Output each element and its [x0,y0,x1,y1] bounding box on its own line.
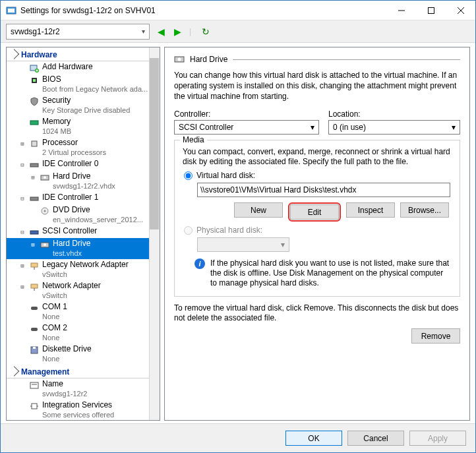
tree-com1[interactable]: COM 1None [7,301,160,322]
svg-rect-12 [30,121,38,125]
tree-processor[interactable]: ⊞ Processor2 Virtual processors [7,137,160,158]
tree-network-adapter[interactable]: ⊞ Network AdaptervSwitch [7,280,160,301]
window-title: Settings for svwdsg1-12r2 on SVHV01 [20,6,386,15]
svg-rect-33 [32,404,37,409]
svg-point-22 [44,243,46,246]
remove-button[interactable]: Remove [411,328,460,344]
nav-forward-button[interactable]: ▶ [173,26,183,37]
virtual-hard-disk-radio[interactable] [184,171,193,180]
inspect-button[interactable]: Inspect [346,202,395,218]
location-select[interactable]: 0 (in use)▾ [328,120,460,135]
vm-selector[interactable]: svwdsg1-12r2 ▾ [6,24,150,40]
edit-button[interactable]: Edit [290,204,339,220]
tree-scsi-hard-drive[interactable]: ⊞ Hard Drivetest.vhdx [7,238,160,259]
ok-button[interactable]: OK [285,431,342,446]
svg-point-16 [44,176,46,179]
tree-ide1-dvd-drive[interactable]: DVD Driveen_windows_server_2012... [7,204,160,226]
dialog-footer: OK Cancel Apply [1,423,475,452]
tree-memory[interactable]: Memory1024 MB [7,116,160,137]
section-management[interactable]: Management [7,365,160,378]
tree-bios[interactable]: BIOSBoot from Legacy Network ada... [7,74,160,95]
controller-icon [29,193,40,204]
detail-description: You can change how this virtual hard dis… [174,70,460,102]
tree-integration-services[interactable]: Integration ServicesSome services offere… [7,400,160,421]
memory-icon [29,117,40,128]
remove-description: To remove the virtual hard disk, click R… [174,303,460,323]
svg-rect-25 [31,284,38,288]
refresh-button[interactable]: ↻ [202,26,210,37]
section-hardware[interactable]: Hardware [7,47,160,61]
browse-button[interactable]: Browse... [400,202,449,218]
chip-icon [29,75,40,86]
svg-rect-1 [8,9,15,13]
svg-rect-30 [33,347,36,349]
chevron-down-icon: ▾ [281,240,285,249]
maximize-button[interactable] [416,1,446,20]
detail-pane: Hard Drive You can change how this virtu… [164,47,470,421]
svg-rect-11 [33,79,36,82]
physical-disk-select: ▾ [197,237,289,252]
tree-name[interactable]: Namesvwdsg1-12r2 [7,378,160,400]
vhd-path-input[interactable] [197,183,450,197]
tree-scrollbar[interactable] [149,47,160,420]
detail-header: Hard Drive [190,55,227,64]
integration-icon [29,401,40,411]
tree-diskette-drive[interactable]: Diskette DriveNone [7,344,160,365]
floppy-icon [29,345,40,355]
tree-legacy-network-adapter[interactable]: ⊞ Legacy Network AdaptervSwitch [7,259,160,280]
network-icon [29,260,40,271]
tree-ide-controller-1[interactable]: ⊟ IDE Controller 1 [7,192,160,204]
chevron-down-icon: ▾ [311,123,314,132]
toolbar: svwdsg1-12r2 ▾ ◀ ▶ | ↻ [1,20,475,43]
minimize-button[interactable] [386,1,416,20]
hard-drive-icon [174,54,185,65]
scsi-icon [29,227,40,237]
tree-ide-controller-0[interactable]: ⊟ IDE Controller 0 [7,158,160,171]
virtual-hard-disk-label: Virtual hard disk: [196,171,255,180]
svg-rect-31 [30,382,38,388]
nav-back-button[interactable]: ◀ [156,26,166,37]
edit-button-highlight: Edit [288,202,341,222]
tree-scsi-controller[interactable]: ⊟ SCSI Controller [7,226,160,238]
tree-security[interactable]: SecurityKey Storage Drive disabled [7,95,160,116]
name-icon [29,380,40,390]
svg-rect-17 [30,197,38,200]
controller-label: Controller: [174,109,319,119]
svg-rect-20 [30,231,38,234]
svg-rect-13 [32,141,37,146]
tree-com2[interactable]: COM 2None [7,322,160,344]
controller-select[interactable]: SCSI Controller▾ [174,120,319,135]
physical-hard-disk-label: Physical hard disk: [196,226,262,235]
svg-rect-27 [31,307,38,310]
chevron-down-icon: ▾ [452,123,456,132]
settings-window: Settings for svwdsg1-12r2 on SVHV01 svwd… [0,0,476,453]
media-groupbox: Media You can compact, convert, expand, … [174,140,460,297]
network-icon [29,282,40,292]
hard-drive-icon [40,172,50,183]
svg-rect-3 [428,7,434,13]
svg-point-19 [44,210,46,212]
physical-hard-disk-radio [184,226,193,235]
apply-button: Apply [409,431,466,446]
cpu-icon [29,138,40,149]
dvd-icon [40,206,50,216]
media-description: You can compact, convert, expand, merge,… [183,147,452,167]
new-button[interactable]: New [234,202,283,218]
physical-disk-info: If the physical hard disk you want to us… [210,258,452,288]
add-hardware-icon [29,63,40,73]
settings-tree[interactable]: Hardware Add Hardware BIOSBoot from Lega… [6,47,160,421]
app-icon [6,5,16,16]
hard-drive-icon [40,239,50,250]
svg-rect-14 [30,164,38,167]
close-button[interactable] [446,1,475,20]
svg-point-37 [178,58,181,61]
chevron-down-icon: ▾ [142,28,145,35]
cancel-button[interactable]: Cancel [347,431,404,446]
info-icon: i [194,258,205,269]
media-legend: Media [180,135,207,144]
serial-port-icon [29,324,40,334]
shield-icon [29,96,40,107]
svg-rect-28 [31,328,38,331]
tree-ide0-hard-drive[interactable]: ⊞ Hard Drivesvwdsg1-12r2.vhdx [7,171,160,192]
tree-add-hardware[interactable]: Add Hardware [7,61,160,74]
